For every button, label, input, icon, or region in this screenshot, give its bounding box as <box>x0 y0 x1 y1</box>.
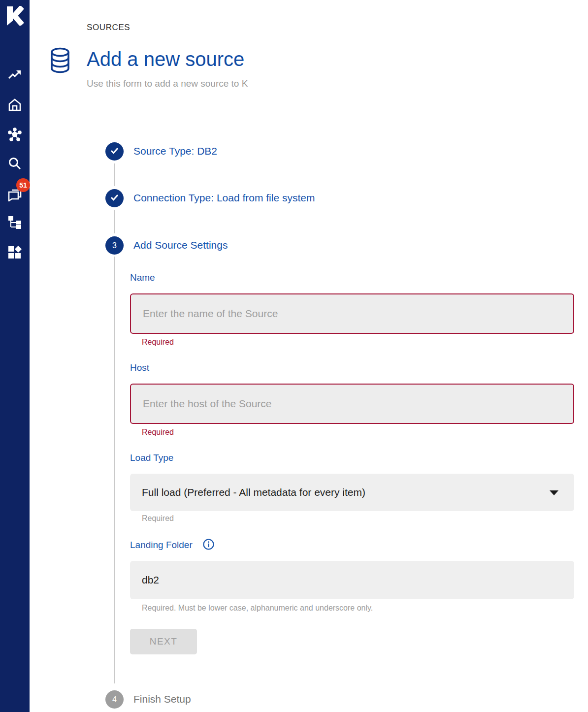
trending-up-icon[interactable] <box>8 68 22 82</box>
load-type-helper: Required <box>142 514 174 523</box>
tree-icon[interactable] <box>8 216 22 229</box>
step-4-circle[interactable]: 4 <box>105 690 124 709</box>
app-logo-icon[interactable] <box>6 6 24 26</box>
step-1-label: Source Type: DB2 <box>133 145 217 157</box>
step-connector <box>114 163 115 186</box>
load-type-select[interactable]: Full load (Preferred - All metadata for … <box>130 474 574 511</box>
step-3-label: Add Source Settings <box>133 239 228 251</box>
host-input[interactable] <box>130 384 574 424</box>
search-icon[interactable] <box>8 157 22 170</box>
step-1-circle[interactable] <box>105 142 124 161</box>
dashboard-icon[interactable] <box>8 246 22 259</box>
host-required-error: Required <box>142 428 174 437</box>
page-title: Add a new source <box>87 48 244 70</box>
name-field-label: Name <box>130 272 155 283</box>
sidebar: 51 <box>0 0 30 712</box>
landing-folder-label: Landing Folder <box>130 539 214 552</box>
check-icon <box>110 193 119 204</box>
step-2-label: Connection Type: Load from file system <box>133 192 315 204</box>
step-3-number: 3 <box>112 241 117 250</box>
landing-folder-helper: Required. Must be lower case, alphanumer… <box>142 604 373 613</box>
chevron-down-icon <box>550 490 558 495</box>
step-3-circle[interactable]: 3 <box>105 236 124 255</box>
check-icon <box>110 146 119 157</box>
load-type-label: Load Type <box>130 453 173 463</box>
next-button[interactable]: NEXT <box>130 629 197 654</box>
main-content: SOURCES Add a new source Use this form t… <box>30 0 588 712</box>
breadcrumb: SOURCES <box>87 23 130 32</box>
notification-badge: 51 <box>16 178 30 192</box>
host-field-label: Host <box>130 362 149 373</box>
info-icon[interactable] <box>203 539 214 552</box>
database-icon <box>48 47 72 74</box>
step-4-number: 4 <box>112 695 117 704</box>
step-connector <box>114 210 115 233</box>
hub-icon[interactable] <box>8 128 22 141</box>
landing-folder-label-text: Landing Folder <box>130 540 193 550</box>
name-required-error: Required <box>142 338 174 347</box>
step-connector <box>114 257 115 683</box>
name-input[interactable] <box>130 293 574 334</box>
page-subtitle: Use this form to add a new source to K <box>87 78 248 89</box>
home-icon[interactable] <box>8 98 22 112</box>
step-2-circle[interactable] <box>105 189 124 207</box>
landing-folder-input[interactable] <box>130 561 574 599</box>
step-4-label: Finish Setup <box>133 693 191 705</box>
load-type-value: Full load (Preferred - All metadata for … <box>142 486 365 498</box>
